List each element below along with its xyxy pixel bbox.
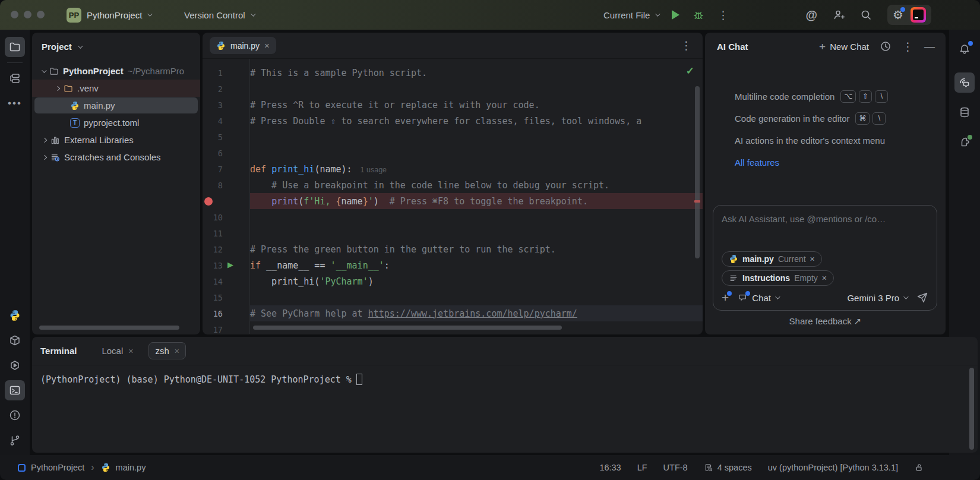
code-line[interactable]: 3# Press ^R to execute it or replace it … — [203, 97, 703, 113]
python-file-icon — [729, 254, 738, 264]
line-separator-widget[interactable]: LF — [637, 463, 647, 472]
project-panel: Project PythonProject ~/PycharmPro .venv… — [32, 33, 200, 334]
search-everywhere-icon[interactable] — [860, 9, 872, 21]
version-control-tool-button[interactable] — [5, 430, 25, 450]
horizontal-scrollbar[interactable] — [253, 326, 562, 330]
ai-assistant-prompt-icon[interactable]: @ — [806, 8, 818, 22]
code-line[interactable]: 1# This is a sample Python script. — [203, 65, 703, 81]
settings-gear-icon[interactable]: ⚙ — [893, 9, 903, 21]
run-button[interactable] — [672, 10, 679, 20]
code-with-me-icon[interactable] — [833, 9, 845, 21]
hide-panel-button[interactable]: — — [924, 41, 935, 52]
chat-mode-selector[interactable]: Chat — [738, 293, 779, 303]
terminal-tab-local[interactable]: Local× — [96, 343, 139, 359]
run-gutter-icon[interactable]: ▶ — [227, 260, 233, 269]
indent-widget[interactable]: 4 spaces — [704, 463, 752, 472]
breakpoint-dot[interactable] — [204, 197, 213, 206]
plugins-tool-button[interactable] — [954, 132, 975, 152]
minimize-window-button[interactable] — [24, 11, 31, 18]
vcs-menu[interactable]: Version Control — [184, 0, 254, 30]
debug-button[interactable] — [693, 9, 704, 21]
python-console-tool-button[interactable] — [5, 305, 25, 326]
ai-chat-input-box[interactable]: main.py Current × Instructions Empty × +… — [713, 205, 937, 311]
ai-chat-input[interactable] — [722, 214, 928, 224]
close-window-button[interactable] — [11, 11, 18, 18]
terminal-tab-zsh[interactable]: zsh× — [148, 342, 186, 359]
commit-tool-button[interactable] — [5, 68, 25, 89]
chevron-down-icon[interactable] — [78, 43, 83, 48]
project-panel-title: Project — [42, 42, 72, 52]
tree-item-main-py[interactable]: main.py — [32, 97, 200, 114]
unlocked-icon[interactable] — [914, 463, 924, 472]
remove-chip-icon[interactable]: × — [822, 273, 827, 283]
tree-item-project-root[interactable]: PythonProject ~/PycharmPro — [32, 62, 200, 80]
run-configuration-selector[interactable]: Current File — [603, 10, 659, 20]
collapse-chevron-icon[interactable] — [42, 154, 47, 159]
zoom-window-button[interactable] — [37, 11, 45, 18]
attach-context-button[interactable]: + — [722, 291, 729, 304]
project-tool-button[interactable] — [5, 37, 25, 57]
code-line[interactable]: 2 — [203, 81, 703, 97]
problems-tool-button[interactable] — [5, 405, 25, 425]
close-tab-icon[interactable]: × — [128, 346, 133, 356]
tree-item-pyproject-toml[interactable]: T pyproject.toml — [32, 114, 200, 131]
vertical-scrollbar[interactable] — [969, 368, 974, 450]
editor-tab-main-py[interactable]: main.py × — [210, 37, 276, 54]
pycharm-logo-icon[interactable] — [911, 7, 926, 23]
model-selector[interactable]: Gemini 3 Pro — [847, 293, 907, 303]
collapse-chevron-icon[interactable] — [42, 137, 47, 142]
code-line[interactable]: 8 # Use a breakpoint in the code line be… — [203, 177, 703, 193]
code-line[interactable]: 15 — [203, 289, 703, 305]
tree-item-external-libraries[interactable]: External Libraries — [32, 131, 200, 149]
code-line[interactable]: 5 — [203, 129, 703, 145]
breadcrumb-project[interactable]: PythonProject — [31, 463, 84, 472]
code-line[interactable]: 4# Press Double ⇧ to search everywhere f… — [203, 113, 703, 129]
all-features-link[interactable]: All features — [735, 157, 779, 168]
context-chip-main-py[interactable]: main.py Current × — [722, 251, 822, 267]
caret-position-widget[interactable]: 16:33 — [599, 463, 621, 472]
error-stripe-mark[interactable] — [694, 200, 700, 203]
chat-history-button[interactable] — [880, 40, 892, 52]
remove-chip-icon[interactable]: × — [810, 254, 815, 264]
tree-item-scratches[interactable]: Scratches and Consoles — [32, 149, 200, 166]
services-tool-button[interactable] — [5, 355, 25, 375]
project-menu[interactable]: PP PythonProject — [67, 0, 151, 30]
code-line[interactable]: 7def print_hi(name):1 usage — [203, 161, 703, 177]
code-line[interactable]: 12# Press the green button in the gutter… — [203, 241, 703, 257]
ai-assistant-tool-button[interactable] — [954, 72, 975, 93]
code-line[interactable]: 16# See PyCharm help at https://www.jetb… — [203, 305, 703, 321]
close-tab-icon[interactable]: × — [175, 346, 179, 356]
notifications-tool-button[interactable] — [954, 39, 975, 59]
ai-chat-options-button[interactable]: ⋮ — [902, 41, 913, 52]
terminal-panel-title[interactable]: Terminal — [40, 346, 77, 356]
editor-options-button[interactable]: ⋮ — [681, 40, 692, 51]
terminal-tool-button[interactable] — [5, 380, 25, 400]
context-chip-instructions[interactable]: Instructions Empty × — [722, 270, 834, 286]
code-line[interactable]: 6 — [203, 145, 703, 161]
code-line[interactable]: 11 — [203, 225, 703, 241]
collapse-chevron-icon[interactable] — [55, 86, 60, 90]
code-line[interactable]: print(f'Hi, {name}') # Press ⌘F8 to togg… — [203, 193, 703, 209]
vertical-scrollbar[interactable] — [695, 86, 700, 258]
code-line[interactable]: 13▶if __name__ == '__main__': — [203, 257, 703, 273]
inspection-ok-icon[interactable]: ✓ — [686, 65, 694, 77]
encoding-widget[interactable]: UTF-8 — [663, 463, 688, 472]
share-feedback-link[interactable]: Share feedback ↗ — [705, 316, 946, 327]
more-run-options-button[interactable]: ⋮ — [717, 10, 729, 21]
close-tab-icon[interactable]: × — [264, 40, 270, 50]
code-line[interactable]: 14 print_hi('PyCharm') — [203, 273, 703, 289]
terminal-output[interactable]: (PythonProject) (base) Python@DE-UNIT-10… — [32, 365, 978, 393]
expand-chevron-icon[interactable] — [42, 68, 46, 72]
code-editor[interactable]: 1# This is a sample Python script.23# Pr… — [203, 59, 703, 334]
tree-item-venv[interactable]: .venv — [32, 80, 200, 97]
breadcrumb-file[interactable]: main.py — [116, 463, 146, 472]
usage-inlay-hint[interactable]: 1 usage — [361, 166, 387, 174]
interpreter-widget[interactable]: uv (pythonProject) [Python 3.13.1] — [768, 463, 898, 472]
send-icon[interactable] — [916, 292, 928, 304]
code-line[interactable]: 10 — [203, 209, 703, 225]
horizontal-scrollbar[interactable] — [39, 326, 179, 330]
new-chat-button[interactable]: + New Chat — [819, 41, 869, 52]
more-tools-button[interactable]: ••• — [5, 93, 25, 113]
database-tool-button[interactable] — [954, 102, 975, 122]
python-packages-tool-button[interactable] — [5, 330, 25, 350]
